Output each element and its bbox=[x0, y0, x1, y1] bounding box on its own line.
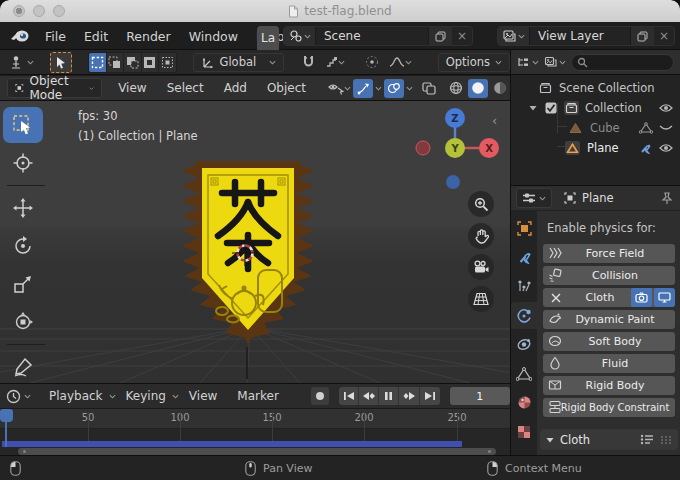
timeline-editor-type-dropdown[interactable] bbox=[6, 389, 31, 404]
cloth-label[interactable]: Cloth bbox=[569, 291, 631, 304]
auto-keyframe-button[interactable] bbox=[311, 387, 329, 405]
cloth-remove-button[interactable] bbox=[543, 288, 569, 307]
tool-rotate[interactable] bbox=[3, 228, 43, 264]
timeline-menu-playback[interactable]: Playback bbox=[39, 384, 116, 409]
cloth-viewport-toggle[interactable] bbox=[654, 288, 675, 307]
tool-annotate[interactable] bbox=[3, 349, 43, 383]
current-frame-field[interactable]: 1 bbox=[450, 387, 510, 405]
shading-solid-button[interactable] bbox=[468, 79, 488, 98]
perspective-toggle-button[interactable] bbox=[468, 286, 494, 312]
sidebar-collapse-icon[interactable]: ‹ bbox=[492, 113, 497, 128]
cloth-panel-header[interactable]: Cloth bbox=[540, 429, 678, 450]
gizmo-x-neg-axis[interactable] bbox=[416, 141, 430, 155]
chevron-down-icon[interactable] bbox=[375, 86, 382, 91]
options-dropdown[interactable]: Options bbox=[438, 53, 510, 72]
active-tool-dropdown[interactable] bbox=[8, 55, 34, 70]
tab-object-data[interactable] bbox=[511, 360, 537, 387]
view-layer-browse-button[interactable] bbox=[498, 26, 530, 46]
minimize-window-button[interactable] bbox=[33, 5, 45, 17]
fluid-button[interactable]: Fluid bbox=[543, 354, 675, 373]
transform-orientation-dropdown[interactable]: Global bbox=[193, 53, 283, 72]
tab-constraints[interactable] bbox=[511, 331, 537, 358]
outliner-filter-dropdown[interactable] bbox=[544, 56, 566, 68]
tab-modifiers[interactable] bbox=[511, 244, 537, 271]
disclosure-triangle-icon[interactable] bbox=[529, 105, 537, 111]
mode-dropdown[interactable]: Object Mode bbox=[7, 78, 102, 98]
zoom-window-button[interactable] bbox=[53, 5, 65, 17]
viewport-menu-select[interactable]: Select bbox=[157, 76, 214, 101]
collision-button[interactable]: Collision bbox=[543, 266, 675, 285]
timeline-menu-marker[interactable]: Marker bbox=[227, 384, 288, 409]
tool-cursor[interactable] bbox=[3, 145, 43, 181]
force-field-button[interactable]: Force Field bbox=[543, 244, 675, 263]
outliner-row-cube[interactable]: Cube bbox=[511, 118, 680, 138]
outliner-row-plane[interactable]: Plane bbox=[511, 138, 680, 158]
proportional-edit-toggle[interactable] bbox=[361, 53, 383, 72]
shading-wireframe-button[interactable] bbox=[446, 79, 466, 98]
presets-icon[interactable] bbox=[640, 434, 654, 445]
tab-particles[interactable] bbox=[511, 273, 537, 300]
zoom-view-button[interactable] bbox=[468, 191, 494, 217]
eye-open-icon[interactable] bbox=[659, 143, 673, 153]
rigid-body-button[interactable]: Rigid Body bbox=[543, 376, 675, 395]
tool-move[interactable] bbox=[3, 190, 43, 226]
select-visibility-dropdown[interactable] bbox=[328, 82, 351, 95]
dynamic-paint-button[interactable]: Dynamic Paint bbox=[543, 310, 675, 329]
show-gizmo-toggle[interactable] bbox=[353, 79, 373, 98]
tab-material[interactable] bbox=[511, 389, 537, 416]
outliner-row-collection[interactable]: Collection bbox=[511, 98, 680, 118]
view-layer-remove-button[interactable]: × bbox=[654, 26, 674, 46]
collection-checkbox[interactable] bbox=[545, 102, 557, 114]
menu-render[interactable]: Render bbox=[117, 22, 180, 50]
show-overlays-toggle[interactable] bbox=[384, 79, 404, 98]
select-mode-invert[interactable] bbox=[142, 53, 160, 72]
select-mode-extend[interactable] bbox=[107, 53, 125, 72]
next-keyframe-button[interactable] bbox=[399, 387, 419, 405]
view-layer-new-button[interactable] bbox=[630, 26, 654, 46]
shading-material-button[interactable] bbox=[490, 79, 510, 98]
view-layer-name-field[interactable]: View Layer bbox=[530, 29, 630, 43]
tool-transform[interactable] bbox=[3, 304, 43, 340]
outliner-search-input[interactable] bbox=[571, 54, 674, 71]
prev-keyframe-button[interactable] bbox=[359, 387, 379, 405]
select-mode-subtract[interactable] bbox=[124, 53, 142, 72]
menu-file[interactable]: File bbox=[36, 22, 75, 50]
snap-toggle-button[interactable] bbox=[298, 53, 319, 72]
outliner-row-scene-collection[interactable]: Scene Collection bbox=[511, 78, 680, 98]
workspace-tab-layout[interactable]: La bbox=[257, 26, 279, 50]
pause-button[interactable] bbox=[379, 387, 399, 405]
timeline-menu-keying[interactable]: Keying bbox=[116, 384, 179, 409]
pan-view-button[interactable] bbox=[468, 223, 494, 249]
soft-body-button[interactable]: Soft Body bbox=[543, 332, 675, 351]
rigid-body-constraint-button[interactable]: Rigid Body Constraint bbox=[543, 398, 675, 417]
close-window-button[interactable] bbox=[13, 5, 25, 17]
gizmo-z-neg-axis[interactable] bbox=[446, 175, 460, 189]
menu-edit[interactable]: Edit bbox=[75, 22, 117, 50]
properties-editor-type-dropdown[interactable] bbox=[516, 188, 552, 208]
scene-new-button[interactable] bbox=[428, 26, 452, 46]
flag-object[interactable] bbox=[178, 158, 318, 348]
pin-icon[interactable] bbox=[661, 192, 673, 205]
scene-name-field[interactable]: Scene bbox=[316, 29, 428, 43]
timeline-menu-view[interactable]: View bbox=[179, 384, 227, 409]
playhead[interactable] bbox=[0, 409, 13, 422]
drag-dots-icon[interactable] bbox=[660, 435, 672, 445]
cloth-render-toggle[interactable] bbox=[631, 288, 652, 307]
tab-object-properties[interactable] bbox=[511, 215, 537, 242]
select-mode-set[interactable] bbox=[89, 53, 107, 72]
chevron-down-icon[interactable] bbox=[406, 86, 413, 91]
viewport-3d[interactable]: fps: 30 (1) Collection | Plane Z Y bbox=[0, 101, 510, 383]
viewport-menu-object[interactable]: Object bbox=[257, 76, 316, 101]
outliner-display-mode-dropdown[interactable] bbox=[517, 56, 539, 68]
tab-texture[interactable] bbox=[511, 418, 537, 445]
proportional-falloff-dropdown[interactable] bbox=[385, 53, 416, 72]
active-tool-select-box[interactable] bbox=[50, 52, 72, 73]
scene-browse-button[interactable] bbox=[284, 26, 316, 46]
snap-settings-dropdown[interactable] bbox=[321, 53, 349, 72]
tool-scale[interactable] bbox=[3, 266, 43, 302]
select-mode-intersect[interactable] bbox=[159, 53, 177, 72]
viewport-menu-view[interactable]: View bbox=[108, 76, 156, 101]
menu-window[interactable]: Window bbox=[180, 22, 247, 50]
xray-toggle[interactable] bbox=[419, 79, 439, 98]
jump-to-start-button[interactable] bbox=[339, 387, 359, 405]
